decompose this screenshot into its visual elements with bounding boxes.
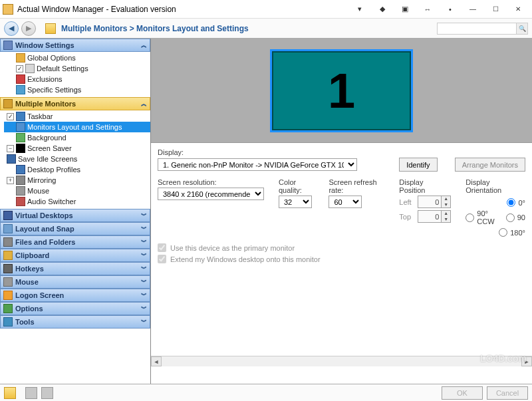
collapse-icon[interactable]: −	[7, 145, 14, 152]
minimize-button[interactable]: —	[462, 3, 484, 16]
section-window-settings[interactable]: Window Settings ︽	[0, 39, 150, 52]
mouse-section-icon	[3, 277, 13, 287]
taskbar-icon	[16, 112, 25, 121]
section-tools[interactable]: Tools︾	[0, 315, 150, 329]
orient-90-radio[interactable]	[506, 213, 515, 222]
multiple-monitors-icon	[3, 99, 13, 108]
tree-item-save-idle[interactable]: Save Idle Screens	[4, 154, 150, 164]
chevron-down-icon: ︾	[141, 291, 147, 300]
top-spinner[interactable]: ▲▼	[418, 210, 451, 223]
undo-icon[interactable]	[25, 387, 37, 399]
options-icon	[3, 304, 13, 313]
spin-down-icon[interactable]: ▼	[442, 217, 450, 223]
redo-icon[interactable]	[41, 387, 53, 399]
tree-item-mirroring[interactable]: +Mirroring	[4, 175, 150, 186]
orient-180-label: 180°	[510, 229, 525, 237]
section-virtual-desktops[interactable]: Virtual Desktops︾	[0, 209, 150, 222]
spin-down-icon[interactable]: ▼	[442, 202, 450, 208]
tree-item-mouse[interactable]: Mouse	[4, 186, 150, 196]
section-hotkeys[interactable]: Hotkeys︾	[0, 262, 150, 275]
refresh-rate-select[interactable]: 60	[329, 196, 362, 208]
mirroring-icon	[16, 176, 25, 185]
tree-item-specific-settings[interactable]: Specific Settings	[4, 84, 150, 95]
orient-0-radio[interactable]	[507, 198, 515, 207]
rollup-icon[interactable]: ▾	[348, 3, 371, 16]
tree-item-background[interactable]: Background	[4, 132, 150, 143]
expand-icon[interactable]: +	[7, 177, 14, 184]
tree-item-taskbar[interactable]: ✓Taskbar	[4, 111, 150, 122]
primary-monitor-checkbox[interactable]	[158, 243, 166, 252]
section-mouse[interactable]: Mouse︾	[0, 275, 150, 289]
tree-item-global-options[interactable]: Global Options	[4, 53, 150, 63]
horizontal-scrollbar[interactable]: ◄ ►	[151, 356, 532, 366]
section-options[interactable]: Options︾	[0, 302, 150, 315]
tree-item-screen-saver[interactable]: −Screen Saver	[4, 143, 150, 154]
orient-0-label: 0°	[518, 199, 525, 207]
scroll-track[interactable]	[162, 356, 521, 366]
spin-up-icon[interactable]: ▲	[442, 196, 450, 202]
chevron-down-icon: ︾	[141, 225, 147, 233]
identify-button[interactable]: Identify	[399, 158, 437, 172]
extend-desktop-label: Extend my Windows desktop onto this moni…	[170, 255, 321, 263]
section-multiple-monitors[interactable]: Multiple Monitors ︽	[0, 97, 150, 110]
arrange-monitors-button[interactable]: Arrange Monitors	[455, 158, 525, 172]
section-files-folders[interactable]: Files and Folders︾	[0, 235, 150, 249]
cancel-button[interactable]: Cancel	[487, 386, 528, 400]
close-button[interactable]: ✕	[507, 3, 529, 16]
checkbox-icon[interactable]: ✓	[7, 113, 14, 120]
scroll-right-icon[interactable]: ►	[521, 356, 532, 366]
background-icon	[16, 133, 25, 142]
top-label: Top	[399, 213, 415, 221]
tree-item-monitors-layout[interactable]: Monitors Layout and Settings	[4, 122, 150, 132]
section-label: Layout and Snap	[15, 225, 74, 233]
help-icon[interactable]	[4, 387, 16, 399]
section-label: Clipboard	[15, 251, 49, 259]
section-label: Files and Folders	[15, 238, 75, 246]
spin-up-icon[interactable]: ▲	[442, 211, 450, 217]
screensaver-icon	[16, 144, 25, 153]
scroll-left-icon[interactable]: ◄	[151, 356, 162, 366]
tree-item-exclusions[interactable]: Exclusions	[4, 74, 150, 84]
chevron-up-icon: ︽	[141, 41, 147, 50]
section-layout-snap[interactable]: Layout and Snap︾	[0, 222, 150, 235]
checkbox-icon[interactable]: ✓	[16, 65, 23, 72]
sidebar: Window Settings ︽ Global Options ✓Defaul…	[0, 39, 151, 384]
window-settings-icon	[3, 41, 13, 50]
back-button[interactable]: ◀	[4, 21, 19, 36]
tray-icon[interactable]: •	[439, 3, 462, 16]
top-input[interactable]	[418, 210, 442, 223]
maximize-button[interactable]: ☐	[484, 3, 507, 16]
forward-button[interactable]: ▶	[21, 21, 36, 36]
monitor-settings-form: Display: 1. Generic non-PnP Monitor -> N…	[151, 143, 532, 266]
app-title: Actual Window Manager - Evaluation versi…	[17, 5, 348, 14]
tree-item-desktop-profiles[interactable]: Desktop Profiles	[4, 164, 150, 175]
extend-desktop-row: Extend my Windows desktop onto this moni…	[158, 255, 525, 263]
left-spinner[interactable]: ▲▼	[418, 196, 451, 208]
left-input[interactable]	[418, 196, 442, 208]
search-input[interactable]	[437, 23, 517, 35]
pin-icon[interactable]: ◆	[371, 3, 394, 16]
orient-90ccw-radio[interactable]	[466, 213, 474, 222]
resolution-select[interactable]: 3840 x 2160 (recommended)	[158, 188, 264, 200]
orientation-label: Display Orientation	[466, 178, 525, 194]
color-quality-select[interactable]: 32	[279, 196, 312, 208]
clipboard-icon	[3, 251, 13, 260]
chevron-down-icon: ︾	[141, 265, 147, 273]
settings-icon[interactable]: ↔	[416, 3, 439, 16]
monitor-1[interactable]: 1	[270, 49, 413, 132]
chevron-down-icon: ︾	[141, 211, 147, 220]
primary-monitor-label: Use this device as the primary monitor	[170, 244, 295, 252]
orient-180-radio[interactable]	[499, 228, 507, 237]
display-select[interactable]: 1. Generic non-PnP Monitor -> NVIDIA GeF…	[158, 158, 357, 171]
ok-button[interactable]: OK	[442, 386, 483, 400]
search-go-button[interactable]: 🔍	[516, 23, 528, 35]
section-clipboard[interactable]: Clipboard︾	[0, 249, 150, 262]
tree-item-audio-switcher[interactable]: Audio Switcher	[4, 196, 150, 207]
section-logon-screen[interactable]: Logon Screen︾	[0, 289, 150, 302]
tree-item-default-settings[interactable]: ✓Default Settings	[4, 63, 150, 74]
section-label: Tools	[15, 318, 35, 326]
virtual-desktops-icon	[3, 211, 13, 220]
extend-desktop-checkbox[interactable]	[158, 255, 166, 263]
move-icon[interactable]: ▣	[394, 3, 416, 16]
chevron-down-icon: ︾	[141, 318, 147, 327]
